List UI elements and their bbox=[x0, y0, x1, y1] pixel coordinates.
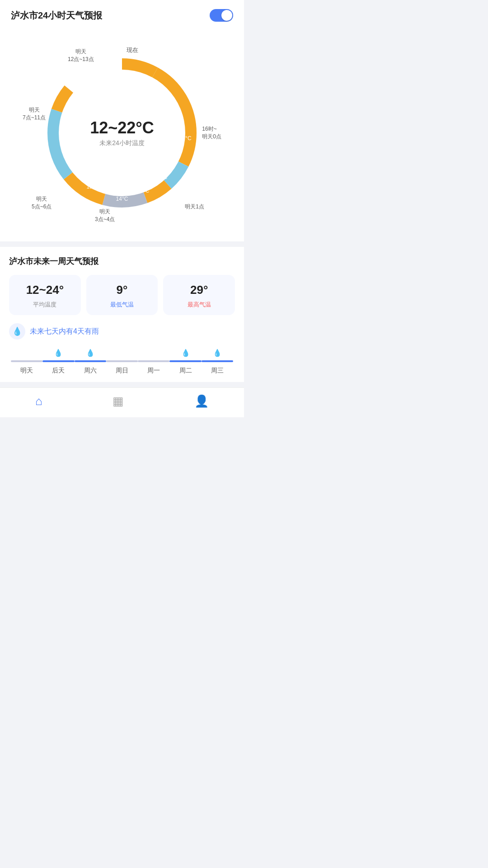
seg-label-morning: 晴 bbox=[94, 176, 101, 183]
day-name: 后天 bbox=[52, 367, 65, 375]
seg-label-sunny-s-temp: 14°C bbox=[138, 188, 150, 193]
rain-icon: 💧 bbox=[9, 323, 25, 340]
chart-section: 晴 17°C 晴 12~17°C 多云 14°C 晴 14°C 小雨 14°C … bbox=[0, 29, 244, 241]
rain-drop-icon: 💧 bbox=[86, 348, 95, 358]
center-label: 未来24小时温度 bbox=[90, 139, 154, 147]
label-tomorrow-7: 明天7点~11点 bbox=[23, 106, 46, 122]
day-item: 💧后天 bbox=[42, 348, 74, 375]
stat-avg: 12~24° 平均温度 bbox=[9, 275, 81, 315]
day-bar bbox=[169, 360, 201, 362]
nav-chart[interactable]: ▦ bbox=[113, 394, 124, 408]
seg-label-morning-temp: 15~17°C bbox=[86, 184, 108, 190]
day-name: 周三 bbox=[211, 367, 224, 375]
label-tomorrow-noon: 明天12点~13点 bbox=[68, 48, 94, 63]
day-item: 💧周日 bbox=[106, 348, 138, 375]
chart-wrapper: 晴 17°C 晴 12~17°C 多云 14°C 晴 14°C 小雨 14°C … bbox=[27, 38, 217, 228]
page: 泸水市24小时天气预报 bbox=[0, 0, 244, 417]
seg-label-cloudy-big-temp: 14~22°C bbox=[61, 133, 83, 140]
chart-icon: ▦ bbox=[113, 394, 124, 408]
label-tomorrow-5: 明天5点~6点 bbox=[32, 195, 52, 211]
label-afternoon: 16时~明天0点 bbox=[202, 125, 221, 141]
label-tomorrow-1: 明天1点 bbox=[185, 203, 204, 211]
day-item: 💧明天 bbox=[11, 348, 42, 375]
day-bar bbox=[42, 360, 74, 362]
seg-label-cloudy-big: 多云 bbox=[66, 126, 78, 132]
stat-max: 29° 最高气温 bbox=[163, 275, 235, 315]
stat-max-value: 29° bbox=[169, 283, 230, 297]
stats-row: 12~24° 平均温度 9° 最低气温 29° 最高气温 bbox=[9, 275, 235, 315]
stat-avg-label: 平均温度 bbox=[14, 301, 75, 309]
seg-label-rain: 小雨 bbox=[116, 189, 128, 195]
rain-drop-icon: 💧 bbox=[54, 348, 63, 358]
day-bar bbox=[202, 360, 233, 362]
seg-label-now-temp: 17°C bbox=[155, 107, 167, 113]
days-row: 💧明天💧后天💧周六💧周日💧周一💧周二💧周三 bbox=[9, 348, 235, 375]
rain-drop-icon: 💧 bbox=[181, 348, 190, 358]
day-item: 💧周三 bbox=[202, 348, 233, 375]
label-now: 现在 bbox=[127, 46, 138, 54]
seg-label-rain-temp: 14°C bbox=[116, 196, 128, 202]
day-item: 💧周二 bbox=[169, 348, 201, 375]
day-name: 周二 bbox=[179, 367, 192, 375]
chart-center: 12~22°C 未来24小时温度 bbox=[90, 118, 154, 147]
center-temperature: 12~22°C bbox=[90, 118, 154, 137]
stat-min-value: 9° bbox=[92, 283, 153, 297]
bottom-nav: ⌂ ▦ 👤 bbox=[0, 387, 244, 417]
toggle-switch[interactable] bbox=[210, 9, 233, 22]
stat-max-label: 最高气温 bbox=[169, 301, 230, 309]
seg-label-sunny-s: 晴 bbox=[141, 181, 147, 188]
day-name: 周一 bbox=[147, 367, 160, 375]
label-tomorrow-3: 明天3点~4点 bbox=[95, 208, 115, 223]
day-bar bbox=[75, 360, 106, 362]
page-title: 泸水市24小时天气预报 bbox=[11, 9, 102, 22]
seg-label-afternoon-temp: 12~17°C bbox=[170, 135, 192, 142]
seg-label-noon: 晴 bbox=[93, 99, 99, 106]
seg-label-cloudy1: 多云 bbox=[156, 168, 167, 174]
day-item: 💧周一 bbox=[138, 348, 169, 375]
rain-drop-icon: 💧 bbox=[213, 348, 222, 358]
day-bar bbox=[106, 360, 138, 362]
day-name: 明天 bbox=[20, 367, 33, 375]
seg-label-afternoon: 晴 bbox=[178, 127, 184, 134]
rain-notice: 💧 未来七天内有4天有雨 bbox=[9, 323, 235, 340]
day-name: 周六 bbox=[84, 367, 97, 375]
header: 泸水市24小时天气预报 bbox=[0, 0, 244, 29]
nav-home[interactable]: ⌂ bbox=[35, 394, 42, 408]
stat-min-label: 最低气温 bbox=[92, 301, 153, 309]
day-bar bbox=[11, 360, 42, 362]
seg-label-cloudy1-temp: 14°C bbox=[156, 175, 168, 180]
seg-label-now: 晴 bbox=[158, 99, 164, 106]
nav-profile[interactable]: 👤 bbox=[194, 394, 209, 408]
stat-avg-value: 12~24° bbox=[14, 283, 75, 297]
day-name: 周日 bbox=[116, 367, 128, 375]
weekly-title: 泸水市未来一周天气预报 bbox=[9, 256, 235, 267]
day-bar bbox=[138, 360, 169, 362]
day-item: 💧周六 bbox=[75, 348, 106, 375]
stat-min: 9° 最低气温 bbox=[86, 275, 158, 315]
profile-icon: 👤 bbox=[194, 394, 209, 408]
home-icon: ⌂ bbox=[35, 394, 42, 408]
seg-label-noon-temp: 21~22°C bbox=[85, 107, 107, 113]
rain-notice-text: 未来七天内有4天有雨 bbox=[30, 327, 99, 336]
weekly-section: 泸水市未来一周天气预报 12~24° 平均温度 9° 最低气温 29° 最高气温… bbox=[0, 247, 244, 382]
